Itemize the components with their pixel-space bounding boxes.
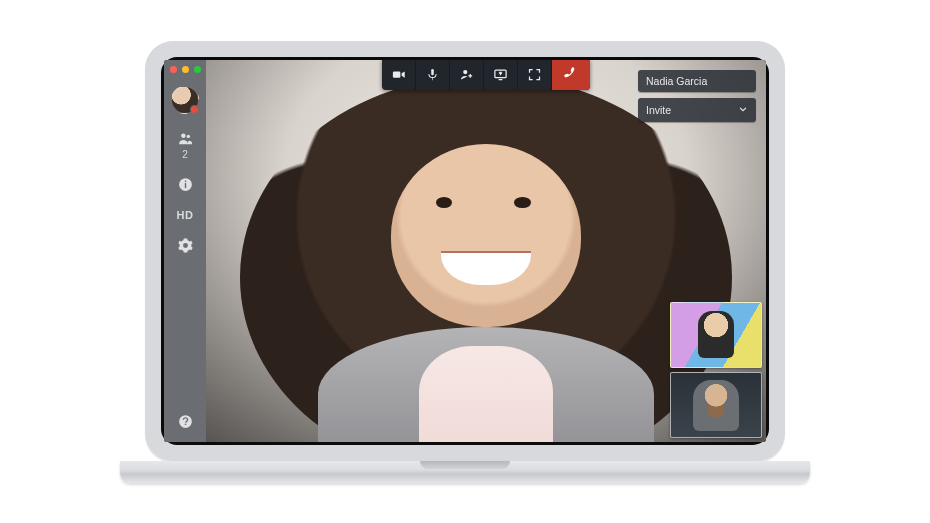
participant-thumbnail[interactable] xyxy=(670,372,762,438)
camera-icon xyxy=(391,67,406,82)
help-button[interactable] xyxy=(164,413,206,430)
people-icon xyxy=(177,130,194,147)
participants-button[interactable]: 2 xyxy=(164,130,206,160)
toggle-mic-button[interactable] xyxy=(416,60,450,90)
gear-icon xyxy=(177,237,194,254)
zoom-window-button[interactable] xyxy=(194,66,201,73)
sidebar: 2 HD xyxy=(164,60,206,442)
svg-point-0 xyxy=(181,133,186,138)
end-call-button[interactable] xyxy=(552,60,590,90)
add-person-icon xyxy=(459,67,474,82)
video-stage: Nadia Garcia Invite xyxy=(206,60,766,442)
toggle-camera-button[interactable] xyxy=(382,60,416,90)
help-icon xyxy=(177,413,194,430)
speaker-name-plate: Nadia Garcia xyxy=(638,70,756,92)
window-controls[interactable] xyxy=(170,66,201,73)
info-button[interactable] xyxy=(164,176,206,193)
self-avatar[interactable] xyxy=(171,86,199,114)
speaker-name: Nadia Garcia xyxy=(646,75,707,87)
add-participant-button[interactable] xyxy=(450,60,484,90)
minimize-window-button[interactable] xyxy=(182,66,189,73)
svg-rect-6 xyxy=(393,71,401,77)
hd-label: HD xyxy=(177,209,194,221)
laptop-frame: 2 HD xyxy=(125,41,805,483)
fullscreen-icon xyxy=(527,67,542,82)
screen-share-icon xyxy=(493,67,508,82)
participant-thumbnail[interactable] xyxy=(670,302,762,368)
invite-label: Invite xyxy=(646,104,671,116)
svg-point-8 xyxy=(463,70,467,74)
svg-rect-7 xyxy=(431,69,434,75)
participant-thumbnails xyxy=(670,302,762,438)
laptop-base xyxy=(120,461,810,483)
status-busy-indicator xyxy=(190,105,199,114)
call-toolbar xyxy=(382,60,590,90)
close-window-button[interactable] xyxy=(170,66,177,73)
fullscreen-button[interactable] xyxy=(518,60,552,90)
laptop-lid: 2 HD xyxy=(145,41,785,461)
screen-bezel: 2 HD xyxy=(161,57,769,445)
chevron-down-icon xyxy=(736,102,750,118)
settings-button[interactable] xyxy=(164,237,206,254)
mic-icon xyxy=(425,67,440,82)
svg-rect-3 xyxy=(184,183,185,188)
speaker-panel: Nadia Garcia Invite xyxy=(638,70,756,122)
info-icon xyxy=(177,176,194,193)
share-screen-button[interactable] xyxy=(484,60,518,90)
svg-point-1 xyxy=(186,134,189,137)
hd-toggle[interactable]: HD xyxy=(164,209,206,221)
end-call-icon xyxy=(564,67,579,82)
participant-count: 2 xyxy=(182,149,188,160)
svg-rect-4 xyxy=(184,180,185,181)
app-window: 2 HD xyxy=(164,60,766,442)
invite-dropdown[interactable]: Invite xyxy=(638,98,756,122)
